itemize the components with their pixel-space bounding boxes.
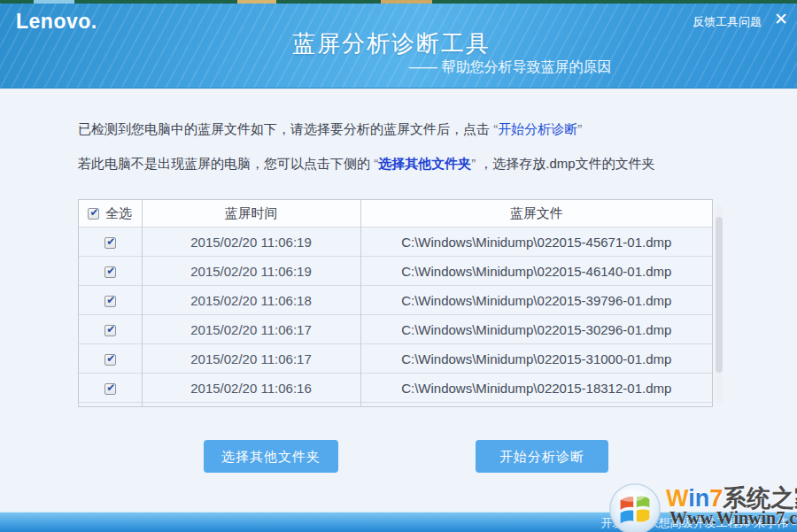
lenovo-logo: Lenovo. bbox=[16, 10, 97, 34]
check-icon: ✔ bbox=[105, 265, 117, 278]
row-checkbox[interactable]: ✔ bbox=[104, 296, 116, 307]
check-icon: ✔ bbox=[89, 206, 100, 220]
windows-flag-icon bbox=[606, 482, 664, 532]
check-icon: ✔ bbox=[105, 382, 117, 395]
row-check-cell: ✔ bbox=[79, 344, 142, 374]
row-check-cell: ✔ bbox=[79, 286, 142, 315]
row-checkbox[interactable]: ✔ bbox=[104, 383, 116, 395]
row-check-cell bbox=[79, 403, 142, 408]
header-banner: Lenovo. 反馈工具问题 ✕ 蓝屏分析诊断工具 —— 帮助您分析导致蓝屏的原… bbox=[0, 4, 797, 89]
row-time: 2015/02/20 11:06:16 bbox=[142, 374, 360, 403]
row-check-cell: ✔ bbox=[79, 374, 142, 403]
row-checkbox[interactable]: ✔ bbox=[104, 237, 116, 249]
row-file bbox=[360, 403, 712, 408]
intro-line-1: 已检测到您电脑中的蓝屏文件如下，请选择要分析的蓝屏文件后，点击 “开始分析诊断” bbox=[78, 121, 582, 138]
intro-line-2-text: 若此电脑不是出现蓝屏的电脑，您可以点击下侧的 bbox=[78, 156, 374, 171]
start-analysis-button[interactable]: 开始分析诊断 bbox=[476, 440, 608, 473]
row-time: 2015/02/20 11:06:17 bbox=[142, 315, 360, 344]
feedback-link[interactable]: 反馈工具问题 bbox=[693, 14, 762, 30]
table-row: ✔ 2015/02/20 11:06:19 C:\Windows\Minidum… bbox=[79, 227, 712, 257]
table-row: ✔ 2015/02/20 11:06:18 C:\Windows\Minidum… bbox=[79, 286, 712, 315]
column-header-file: 蓝屏文件 bbox=[360, 200, 712, 227]
check-icon: ✔ bbox=[105, 294, 117, 307]
row-file: C:\Windows\Minidump\022015-39796-01.dmp bbox=[360, 286, 712, 315]
select-all-checkbox[interactable]: ✔ bbox=[88, 208, 99, 220]
row-check-cell: ✔ bbox=[79, 315, 142, 344]
select-all-cell: ✔全选 bbox=[79, 200, 142, 227]
select-all-label: 全选 bbox=[105, 205, 132, 220]
table-header-row: ✔全选 蓝屏时间 蓝屏文件 bbox=[79, 200, 712, 227]
row-time bbox=[142, 403, 360, 408]
dump-file-table: ✔全选 蓝屏时间 蓝屏文件 ✔ 2015/02/20 11:06:19 C:\W… bbox=[78, 199, 713, 407]
table-scrollbar-thumb[interactable] bbox=[716, 217, 723, 373]
page-subtitle: —— 帮助您分析导致蓝屏的原因 bbox=[409, 58, 611, 77]
table-row: ✔ 2015/02/20 11:06:19 C:\Windows\Minidum… bbox=[79, 257, 712, 286]
row-file: C:\Windows\Minidump\022015-18312-01.dmp bbox=[360, 374, 712, 403]
table-row: ✔ 2015/02/20 11:06:16 C:\Windows\Minidum… bbox=[79, 374, 712, 403]
check-icon: ✔ bbox=[105, 323, 117, 336]
row-check-cell: ✔ bbox=[79, 227, 142, 257]
quote-close: ” bbox=[577, 121, 582, 136]
row-file: C:\Windows\Minidump\022015-46140-01.dmp bbox=[360, 257, 712, 286]
check-icon: ✔ bbox=[105, 352, 117, 366]
row-checkbox[interactable]: ✔ bbox=[104, 325, 116, 336]
row-file: C:\Windows\Minidump\022015-30296-01.dmp bbox=[360, 315, 712, 344]
row-file: C:\Windows\Minidump\022015-31000-01.dmp bbox=[360, 344, 712, 374]
table-row-clipped bbox=[79, 403, 712, 408]
row-check-cell: ✔ bbox=[79, 257, 142, 286]
check-icon: ✔ bbox=[105, 235, 117, 249]
row-checkbox[interactable]: ✔ bbox=[104, 266, 116, 278]
app-window: Lenovo. 反馈工具问题 ✕ 蓝屏分析诊断工具 —— 帮助您分析导致蓝屏的原… bbox=[0, 0, 797, 532]
column-header-time: 蓝屏时间 bbox=[142, 200, 360, 227]
row-time: 2015/02/20 11:06:17 bbox=[142, 344, 360, 374]
intro-line-2-after: ，选择存放.dmp文件的文件夹 bbox=[476, 156, 655, 171]
intro-line-1-text: 已检测到您电脑中的蓝屏文件如下，请选择要分析的蓝屏文件后，点击 bbox=[78, 121, 493, 136]
row-time: 2015/02/20 11:06:19 bbox=[142, 227, 360, 257]
row-checkbox[interactable]: ✔ bbox=[104, 354, 116, 366]
page-title: 蓝屏分析诊断工具 bbox=[292, 28, 491, 59]
watermark-url: Www.Winwin7.com bbox=[669, 508, 797, 528]
intro-line-2: 若此电脑不是出现蓝屏的电脑，您可以点击下侧的 “选择其他文件夹” ，选择存放.d… bbox=[78, 156, 655, 173]
close-icon[interactable]: ✕ bbox=[774, 10, 788, 29]
row-file: C:\Windows\Minidump\022015-45671-01.dmp bbox=[360, 227, 712, 257]
row-time: 2015/02/20 11:06:19 bbox=[142, 257, 360, 286]
row-time: 2015/02/20 11:06:18 bbox=[142, 286, 360, 315]
choose-folder-button[interactable]: 选择其他文件夹 bbox=[204, 440, 338, 473]
table-row: ✔ 2015/02/20 11:06:17 C:\Windows\Minidum… bbox=[79, 315, 712, 344]
choose-folder-inline-link[interactable]: 选择其他文件夹 bbox=[378, 156, 471, 171]
start-analysis-inline-link[interactable]: 开始分析诊断 bbox=[498, 121, 577, 136]
table-row: ✔ 2015/02/20 11:06:17 C:\Windows\Minidum… bbox=[79, 344, 712, 374]
